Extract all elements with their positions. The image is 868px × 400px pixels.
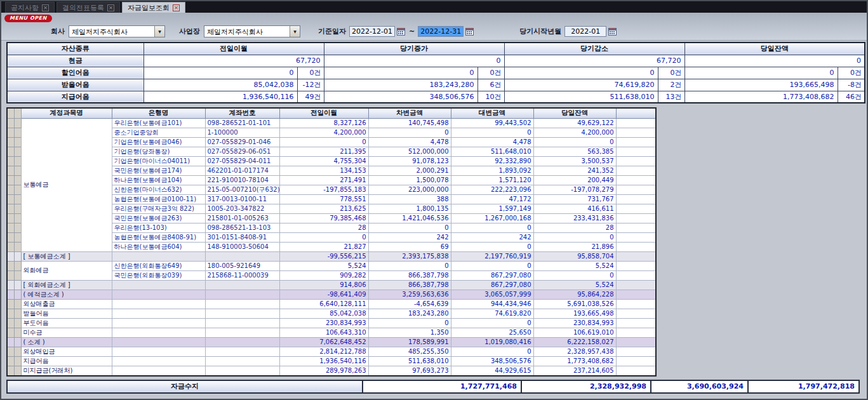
summary-amount-cell[interactable]: 85,042,038 <box>144 79 297 91</box>
calendar-icon[interactable] <box>397 27 405 36</box>
account-number-cell[interactable] <box>205 318 279 328</box>
calendar-icon[interactable] <box>608 27 617 36</box>
summary-amount-cell[interactable]: 74,619,820 <box>504 79 658 91</box>
amount-cell[interactable]: 28 <box>279 223 368 232</box>
account-number-cell[interactable] <box>205 280 279 290</box>
amount-cell[interactable]: 866,387,798 <box>368 270 451 280</box>
row-gutter-cell[interactable] <box>14 251 21 261</box>
amount-cell[interactable]: 95,864,228 <box>533 290 616 299</box>
account-number-cell[interactable]: 1005-203-347822 <box>205 204 279 213</box>
summary-amount-cell[interactable]: 183,243,280 <box>324 79 477 91</box>
calendar-icon[interactable] <box>465 27 474 36</box>
summary-count-cell[interactable]: 49건 <box>297 91 324 103</box>
row-gutter-cell[interactable] <box>14 270 21 280</box>
amount-cell[interactable]: 95,858,704 <box>533 251 616 261</box>
amount-cell[interactable]: 0 <box>533 232 616 242</box>
row-gutter-cell[interactable] <box>7 128 14 137</box>
summary-amount-cell[interactable]: 0 <box>324 55 504 67</box>
account-label-cell[interactable]: 외상매출금 <box>21 299 112 309</box>
amount-cell[interactable]: 79,385,468 <box>279 213 368 223</box>
summary-count-cell[interactable]: 0건 <box>838 67 865 79</box>
account-number-cell[interactable]: 215-05-007210(구632) <box>205 185 279 194</box>
summary-amount-cell[interactable]: 0 <box>504 67 658 79</box>
close-icon[interactable]: × <box>42 4 49 11</box>
bank-name-cell[interactable]: 농협은행(보통예금0100-11) <box>112 194 205 204</box>
amount-cell[interactable]: 6,222,158,027 <box>533 337 616 347</box>
account-number-cell[interactable]: 148-910003-50604 <box>205 242 279 251</box>
amount-cell[interactable]: 4,478 <box>368 137 451 147</box>
bank-name-cell[interactable]: 우리은행(보통예금101) <box>112 118 205 128</box>
amount-cell[interactable]: 242 <box>368 232 451 242</box>
row-gutter-cell[interactable] <box>14 194 21 204</box>
amount-cell[interactable]: 200,449 <box>533 175 616 185</box>
account-number-cell[interactable]: 221-910010-78104 <box>205 175 279 185</box>
amount-cell[interactable]: 0 <box>533 137 616 147</box>
menu-open-button[interactable]: MENU OPEN <box>4 15 52 22</box>
amount-cell[interactable]: 222,223,096 <box>451 185 533 194</box>
account-number-cell[interactable]: 215801-01-005263 <box>205 213 279 223</box>
amount-cell[interactable]: 85,042,038 <box>279 309 368 318</box>
summary-count-cell[interactable]: 0건 <box>477 67 504 79</box>
summary-count-cell[interactable]: -8건 <box>838 79 865 91</box>
amount-cell[interactable]: 4,755,304 <box>279 156 368 166</box>
amount-cell[interactable]: 4,200,000 <box>279 128 368 137</box>
amount-cell[interactable]: 0 <box>368 318 451 328</box>
row-gutter-cell[interactable] <box>7 118 14 128</box>
amount-cell[interactable]: 106,619,010 <box>533 328 616 337</box>
amount-cell[interactable]: 183,243,280 <box>368 309 451 318</box>
account-number-cell[interactable]: 027-055829-01-046 <box>205 137 279 147</box>
summary-count-cell[interactable]: -12건 <box>297 79 324 91</box>
row-gutter-cell[interactable] <box>7 156 14 166</box>
amount-cell[interactable]: 2,814,212,788 <box>279 347 368 356</box>
summary-amount-cell[interactable]: 0 <box>684 67 838 79</box>
summary-amount-cell[interactable]: 67,720 <box>144 55 324 67</box>
amount-cell[interactable]: 211,395 <box>279 147 368 156</box>
amount-cell[interactable]: 193,665,498 <box>533 309 616 318</box>
summary-count-cell[interactable]: 0건 <box>658 67 684 79</box>
amount-cell[interactable]: 0 <box>368 223 451 232</box>
row-gutter-cell[interactable] <box>14 318 21 328</box>
amount-cell[interactable]: 289,978,263 <box>279 366 368 376</box>
amount-cell[interactable]: 97,693,273 <box>368 366 451 376</box>
row-gutter-cell[interactable] <box>14 347 21 356</box>
amount-cell[interactable]: 2,328,957,438 <box>533 347 616 356</box>
amount-cell[interactable]: 388 <box>368 194 451 204</box>
bank-name-cell[interactable]: 중소기업중앙회 <box>112 128 205 137</box>
period-start-input[interactable]: 2022-01 <box>564 26 606 37</box>
amount-cell[interactable]: 3,259,563,636 <box>368 290 451 299</box>
amount-cell[interactable]: 778,551 <box>279 194 368 204</box>
row-gutter-cell[interactable] <box>14 261 21 270</box>
account-number-cell[interactable]: 027-055829-04-011 <box>205 156 279 166</box>
amount-cell[interactable]: 0 <box>368 261 451 270</box>
amount-cell[interactable]: -197,855,183 <box>279 185 368 194</box>
tab-voucher-entry[interactable]: 결의전표등록 × <box>57 2 120 13</box>
amount-cell[interactable]: 5,524 <box>533 280 616 290</box>
amount-cell[interactable]: 99,443,502 <box>451 118 533 128</box>
amount-cell[interactable]: 242 <box>451 232 533 242</box>
amount-cell[interactable]: 867,297,080 <box>451 270 533 280</box>
amount-cell[interactable]: 0 <box>533 270 616 280</box>
bank-name-cell[interactable] <box>112 347 205 356</box>
row-gutter-cell[interactable] <box>7 232 14 242</box>
close-icon[interactable]: × <box>173 4 180 11</box>
summary-count-cell[interactable]: 0건 <box>297 67 324 79</box>
amount-cell[interactable]: -197,078,279 <box>533 185 616 194</box>
amount-cell[interactable]: 223,000,000 <box>368 185 451 194</box>
bank-name-cell[interactable]: 신한은행(마이너스632) <box>112 185 205 194</box>
amount-cell[interactable]: 2,393,175,838 <box>368 251 451 261</box>
account-number-cell[interactable] <box>205 251 279 261</box>
row-gutter-cell[interactable] <box>14 366 21 376</box>
row-gutter-cell[interactable] <box>7 366 14 376</box>
amount-cell[interactable]: 25,650 <box>451 328 533 337</box>
account-group-cell[interactable]: 보통예금 <box>21 118 112 251</box>
account-label-cell[interactable]: ( 소계 ) <box>21 337 112 347</box>
account-number-cell[interactable]: 462201-01-017174 <box>205 166 279 175</box>
amount-cell[interactable]: 2,000,291 <box>368 166 451 175</box>
amount-cell[interactable]: -99,556,215 <box>279 251 368 261</box>
row-gutter-cell[interactable] <box>7 204 14 213</box>
bank-name-cell[interactable] <box>112 309 205 318</box>
row-gutter-cell[interactable] <box>14 356 21 366</box>
row-gutter-cell[interactable] <box>7 261 14 270</box>
amount-cell[interactable]: 1,421,046,536 <box>368 213 451 223</box>
row-gutter-cell[interactable] <box>7 137 14 147</box>
